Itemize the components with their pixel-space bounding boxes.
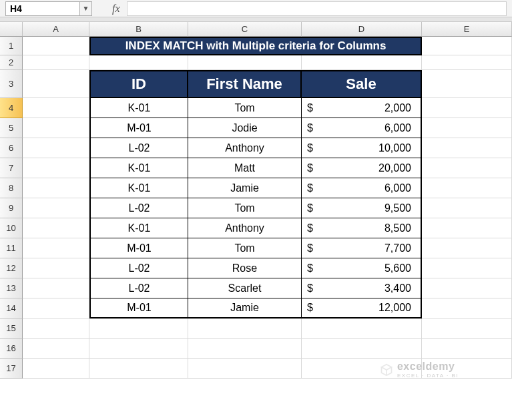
cell-E13[interactable] (422, 278, 512, 298)
cell-C16[interactable] (188, 339, 302, 359)
row-header-10[interactable]: 10 (0, 218, 23, 238)
cell-D16[interactable] (302, 339, 422, 359)
cell-C2[interactable] (188, 55, 302, 70)
cell-A3[interactable] (23, 70, 89, 98)
row-header-12[interactable]: 12 (0, 258, 23, 278)
cell-C8[interactable]: Jamie (188, 178, 302, 198)
cell-E6[interactable] (422, 138, 512, 158)
cell-C7[interactable]: Matt (188, 158, 302, 178)
cell-C10[interactable]: Anthony (188, 218, 302, 238)
col-header-D[interactable]: D (302, 22, 422, 37)
row-header-3[interactable]: 3 (0, 70, 23, 98)
cell-B17[interactable] (89, 359, 188, 379)
cell-A2[interactable] (23, 55, 89, 70)
name-box[interactable]: H4 (5, 1, 80, 16)
cell-A16[interactable] (23, 339, 89, 359)
cell-C15[interactable] (188, 319, 302, 339)
row-header-4[interactable]: 4 (0, 98, 23, 118)
cell-A7[interactable] (23, 158, 89, 178)
cell-B13[interactable]: L-02 (89, 278, 188, 298)
cell-D12[interactable]: $5,600 (302, 258, 422, 278)
title-cell[interactable]: INDEX MATCH with Multiple criteria for C… (89, 37, 422, 55)
cell-C14[interactable]: Jamie (188, 298, 302, 319)
cell-E1[interactable] (422, 37, 512, 55)
cell-E3[interactable] (422, 70, 512, 98)
row-header-6[interactable]: 6 (0, 138, 23, 158)
cell-A17[interactable] (23, 359, 89, 379)
cell-B11[interactable]: M-01 (89, 238, 188, 258)
header-sale[interactable]: Sale (302, 70, 422, 98)
cell-D15[interactable] (302, 319, 422, 339)
name-box-dropdown[interactable]: ▼ (80, 1, 92, 16)
cell-D8[interactable]: $6,000 (302, 178, 422, 198)
cell-A10[interactable] (23, 218, 89, 238)
row-header-2[interactable]: 2 (0, 55, 23, 70)
cell-A4[interactable] (23, 98, 89, 118)
cell-B4[interactable]: K-01 (89, 98, 188, 118)
cell-E11[interactable] (422, 238, 512, 258)
header-id[interactable]: ID (89, 70, 188, 98)
cell-A6[interactable] (23, 138, 89, 158)
row-header-16[interactable]: 16 (0, 339, 23, 359)
cell-B5[interactable]: M-01 (89, 118, 188, 138)
cell-C11[interactable]: Tom (188, 238, 302, 258)
col-header-C[interactable]: C (188, 22, 302, 37)
cell-E5[interactable] (422, 118, 512, 138)
cell-B7[interactable]: K-01 (89, 158, 188, 178)
cell-E12[interactable] (422, 258, 512, 278)
col-header-E[interactable]: E (422, 22, 512, 37)
formula-input[interactable] (127, 1, 507, 16)
cell-A1[interactable] (23, 37, 89, 55)
row-header-15[interactable]: 15 (0, 319, 23, 339)
row-header-14[interactable]: 14 (0, 298, 23, 319)
cell-B16[interactable] (89, 339, 188, 359)
col-header-A[interactable]: A (23, 22, 89, 37)
cell-E14[interactable] (422, 298, 512, 319)
row-header-9[interactable]: 9 (0, 198, 23, 218)
cell-A8[interactable] (23, 178, 89, 198)
cell-D2[interactable] (302, 55, 422, 70)
cell-A11[interactable] (23, 238, 89, 258)
fx-icon[interactable]: fx (112, 3, 120, 15)
cell-B12[interactable]: L-02 (89, 258, 188, 278)
cell-E4[interactable] (422, 98, 512, 118)
row-header-11[interactable]: 11 (0, 238, 23, 258)
row-header-1[interactable]: 1 (0, 37, 23, 55)
cell-B2[interactable] (89, 55, 188, 70)
cell-D5[interactable]: $6,000 (302, 118, 422, 138)
cell-D4[interactable]: $2,000 (302, 98, 422, 118)
cell-C4[interactable]: Tom (188, 98, 302, 118)
cell-B8[interactable]: K-01 (89, 178, 188, 198)
row-header-17[interactable]: 17 (0, 359, 23, 379)
cell-A14[interactable] (23, 298, 89, 319)
cell-E9[interactable] (422, 198, 512, 218)
cell-C12[interactable]: Rose (188, 258, 302, 278)
cell-B15[interactable] (89, 319, 188, 339)
cell-A5[interactable] (23, 118, 89, 138)
cell-C5[interactable]: Jodie (188, 118, 302, 138)
select-all-corner[interactable] (0, 22, 23, 37)
cell-E7[interactable] (422, 158, 512, 178)
row-header-5[interactable]: 5 (0, 118, 23, 138)
row-header-8[interactable]: 8 (0, 178, 23, 198)
cell-D6[interactable]: $10,000 (302, 138, 422, 158)
cell-B6[interactable]: L-02 (89, 138, 188, 158)
cell-C13[interactable]: Scarlet (188, 278, 302, 298)
cell-B9[interactable]: L-02 (89, 198, 188, 218)
row-header-13[interactable]: 13 (0, 278, 23, 298)
cell-A13[interactable] (23, 278, 89, 298)
cell-A12[interactable] (23, 258, 89, 278)
row-header-7[interactable]: 7 (0, 158, 23, 178)
cell-C9[interactable]: Tom (188, 198, 302, 218)
cell-D7[interactable]: $20,000 (302, 158, 422, 178)
cell-E2[interactable] (422, 55, 512, 70)
cell-D13[interactable]: $3,400 (302, 278, 422, 298)
cell-A9[interactable] (23, 198, 89, 218)
cell-D11[interactable]: $7,700 (302, 238, 422, 258)
col-header-B[interactable]: B (89, 22, 188, 37)
cell-C6[interactable]: Anthony (188, 138, 302, 158)
cell-B10[interactable]: K-01 (89, 218, 188, 238)
cell-D10[interactable]: $8,500 (302, 218, 422, 238)
cell-D9[interactable]: $9,500 (302, 198, 422, 218)
cell-B14[interactable]: M-01 (89, 298, 188, 319)
